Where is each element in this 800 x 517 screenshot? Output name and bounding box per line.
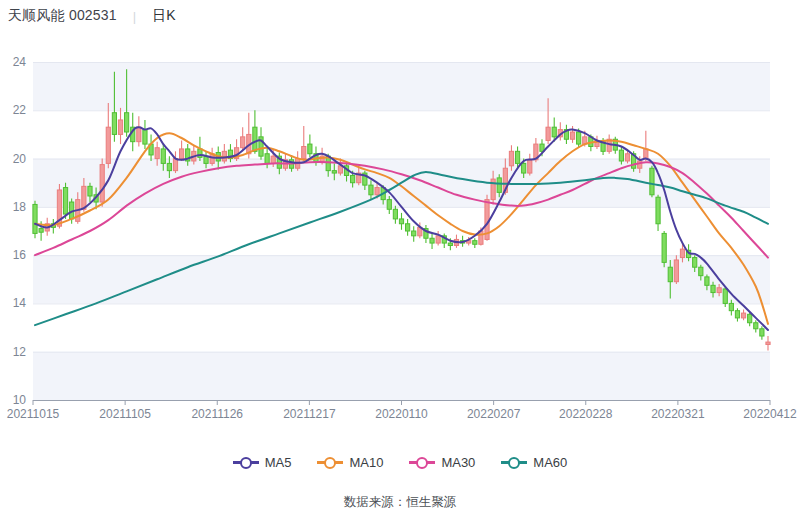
x-axis-tick-label: 20211217: [283, 407, 336, 421]
y-axis-tick-label: 22: [13, 103, 27, 117]
y-axis-tick-label: 24: [13, 55, 27, 69]
x-axis-tick-label: 20220412: [743, 407, 797, 421]
legend-label: MA5: [265, 455, 292, 470]
legend-item-ma5[interactable]: MA5: [233, 455, 292, 470]
legend-item-ma30[interactable]: MA30: [409, 455, 475, 470]
x-axis-tick-label: 20220321: [651, 407, 705, 421]
ma60-legend-marker-icon: [501, 457, 527, 469]
x-axis-tick-label: 20211126: [191, 407, 243, 421]
data-source-note: 数据来源：恒生聚源: [0, 494, 800, 511]
y-axis-tick-label: 18: [13, 200, 27, 214]
ma30-legend-marker-icon: [409, 457, 435, 469]
grid-layer: [33, 62, 770, 405]
x-axis-tick-label: 20220228: [559, 407, 613, 421]
legend-label: MA30: [441, 455, 475, 470]
kline-chart[interactable]: 2021101520211105202111262021121720220110…: [0, 0, 800, 435]
legend-label: MA60: [533, 455, 567, 470]
y-axis-tick-label: 20: [13, 152, 27, 166]
stock-chart-page: 天顺风能 002531 | 日K 20211015202111052021112…: [0, 0, 800, 517]
legend-item-ma10[interactable]: MA10: [317, 455, 383, 470]
x-axis-tick-label: 20211105: [99, 407, 151, 421]
legend-label: MA10: [349, 455, 383, 470]
x-axis-tick-label: 20211015: [7, 407, 60, 421]
y-axis-tick-label: 12: [13, 345, 27, 359]
x-axis-tick-label: 20220110: [375, 407, 428, 421]
y-axis-tick-label: 10: [13, 393, 27, 407]
x-axis-tick-label: 20220207: [467, 407, 521, 421]
ma10-legend-marker-icon: [317, 457, 343, 469]
candles-layer: [33, 69, 770, 350]
ma5-legend-marker-icon: [233, 457, 259, 469]
legend-item-ma60[interactable]: MA60: [501, 455, 567, 470]
y-axis-tick-label: 14: [13, 296, 27, 310]
chart-legend: MA5 MA10 MA30 MA60: [0, 455, 800, 470]
y-axis-tick-label: 16: [13, 248, 27, 262]
